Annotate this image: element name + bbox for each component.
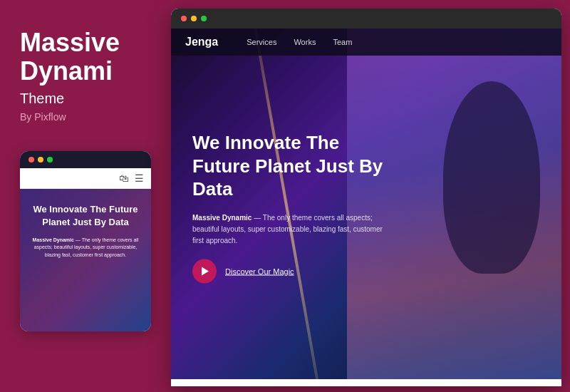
theme-title: Massive Dynami [20,29,151,85]
play-icon [202,267,209,275]
play-button[interactable] [192,259,217,283]
browser-chrome [171,9,561,29]
nav-link-works[interactable]: Works [294,38,316,46]
site-nav: Jenga Services Works Team [171,29,561,56]
theme-by: By Pixflow [20,111,151,123]
cta-link[interactable]: Discover Our Magic [225,267,294,275]
mobile-preview-header [20,151,151,168]
hero-description: Massive Dynamic — The only theme covers … [192,212,395,246]
browser-content: Jenga Services Works Team We Innovate Th… [171,29,561,379]
nav-link-services[interactable]: Services [247,38,276,46]
hero-title: We Innovate The Future Planet Just By Da… [192,131,395,201]
dot-red [28,157,34,163]
left-panel: Massive Dynami Theme By Pixflow 🛍 ☰ We I… [0,0,171,392]
browser-dot-red [181,16,187,21]
mobile-preview-card: 🛍 ☰ We Innovate The Future Planet Just B… [20,151,151,331]
dot-yellow [38,157,43,163]
mobile-preview-content: We Innovate The Future Planet Just By Da… [20,189,151,331]
nav-link-team[interactable]: Team [333,38,352,46]
mobile-preview-nav: 🛍 ☰ [20,168,151,189]
theme-subtitle: Theme [20,91,151,107]
right-panel: Jenga Services Works Team We Innovate Th… [171,0,570,392]
browser-dot-green [201,16,207,21]
browser-window: Jenga Services Works Team We Innovate Th… [171,9,561,386]
site-logo: Jenga [185,36,218,48]
cart-icon: 🛍 [119,172,129,184]
menu-icon: ☰ [135,172,144,184]
mobile-description: Massive Dynamic — The only theme covers … [30,237,141,259]
mobile-hero-text: We Innovate The Future Planet Just By Da… [30,203,141,229]
hero-cta: Discover Our Magic [192,259,395,283]
browser-dot-yellow [191,16,197,21]
dot-green [47,157,53,163]
hero-content: We Innovate The Future Planet Just By Da… [192,131,395,284]
